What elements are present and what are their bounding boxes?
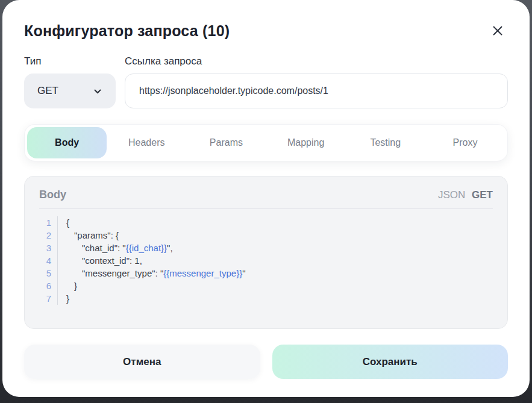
line-number: 1	[39, 216, 57, 229]
code-line: 2"params": {	[39, 229, 493, 242]
code-line: 6}	[39, 280, 493, 292]
code-line-text[interactable]: "params": {	[57, 229, 493, 242]
request-configurator-modal: Конфигуратор запроса (10) Тип Ссылка зап…	[2, 0, 530, 397]
code-line-text[interactable]: "context_id": 1,	[57, 254, 493, 267]
code-line: 5"messenger_type": "{{messenger_type}}"	[39, 267, 493, 280]
code-line-text[interactable]: }	[57, 292, 493, 305]
tab-proxy[interactable]: Proxy	[425, 127, 505, 158]
tabs-bar: BodyHeadersParamsMappingTestingProxy	[24, 124, 508, 161]
tab-mapping[interactable]: Mapping	[266, 127, 346, 158]
code-line-text[interactable]: }	[57, 280, 493, 292]
tab-params[interactable]: Params	[186, 127, 266, 158]
editor-panel-meta: JSON GET	[438, 189, 493, 201]
tab-headers[interactable]: Headers	[107, 127, 186, 158]
code-line-text[interactable]: "chat_id": "{{id_chat}}",	[57, 242, 493, 254]
method-select-value: GET	[37, 85, 58, 97]
line-number: 7	[39, 292, 57, 305]
code-editor[interactable]: 1{2"params": {3"chat_id": "{{id_chat}}",…	[39, 216, 493, 305]
save-button[interactable]: Сохранить	[272, 345, 509, 379]
chevron-down-icon	[93, 86, 102, 96]
code-line-text[interactable]: "messenger_type": "{{messenger_type}}"	[57, 267, 493, 280]
code-line: 4"context_id": 1,	[39, 254, 493, 267]
editor-panel-header: Body JSON GET	[39, 186, 493, 209]
field-labels-row: Тип Ссылка запроса	[24, 55, 508, 67]
cancel-button[interactable]: Отмена	[24, 345, 260, 379]
modal-header: Конфигуратор запроса (10)	[24, 20, 508, 41]
line-number: 2	[39, 229, 57, 242]
code-line: 1{	[39, 216, 493, 229]
modal-title: Конфигуратор запроса (10)	[24, 22, 230, 40]
line-number: 4	[39, 254, 57, 267]
code-line-text[interactable]: {	[57, 216, 493, 229]
code-line: 3"chat_id": "{{id_chat}}",	[39, 242, 493, 254]
close-icon	[492, 25, 504, 37]
close-button[interactable]	[487, 20, 508, 41]
method-select[interactable]: GET	[24, 73, 116, 108]
editor-panel-title: Body	[39, 189, 66, 201]
tab-body[interactable]: Body	[27, 127, 107, 158]
modal-footer: Отмена Сохранить	[24, 345, 508, 379]
type-label: Тип	[24, 55, 125, 67]
line-number: 3	[39, 242, 57, 254]
line-number: 5	[39, 267, 57, 280]
code-line: 7}	[39, 292, 493, 305]
tab-testing[interactable]: Testing	[346, 127, 425, 158]
body-editor-panel: Body JSON GET 1{2"params": {3"chat_id": …	[24, 176, 508, 329]
format-label: JSON	[438, 189, 465, 201]
form-controls-row: GET	[24, 73, 508, 108]
url-label: Ссылка запроса	[125, 55, 202, 67]
line-number: 6	[39, 280, 57, 292]
method-badge: GET	[472, 189, 493, 201]
request-url-input[interactable]	[125, 73, 508, 108]
